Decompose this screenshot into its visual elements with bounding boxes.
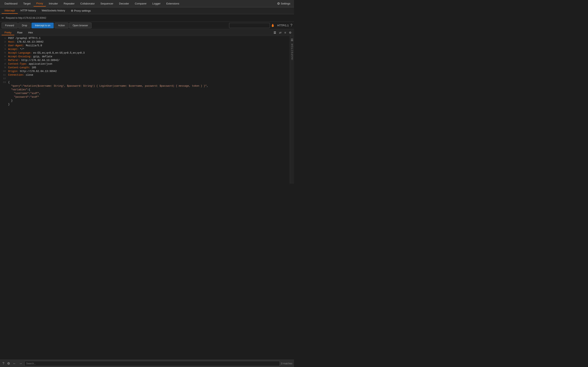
tab-hex[interactable]: Hex (25, 30, 36, 35)
table-row: } (0, 103, 290, 106)
tab-http-history[interactable]: HTTP history (18, 8, 39, 14)
table-row: 3 User-Agent: Mozilla/5.0 (0, 44, 290, 48)
table-row: "variables":{ (0, 88, 290, 92)
table-row: 6 Accept-Encoding: gzip, deflate (0, 55, 290, 59)
table-row: 9 Content-Length: 185 (0, 66, 290, 70)
sub-navigation: Intercept HTTP history WebSockets histor… (0, 7, 294, 14)
table-row: "username":"asdf", (0, 92, 290, 95)
inspector-label: INSPECTOR (291, 43, 293, 60)
nav-extensions[interactable]: Extensions (163, 1, 182, 6)
nav-repeater[interactable]: Repeater (61, 1, 77, 6)
nav-target[interactable]: Target (20, 1, 34, 6)
tab-raw[interactable]: Raw (14, 30, 25, 35)
nav-comparer[interactable]: Comparer (132, 1, 149, 6)
table-row: "password":"asdf" (0, 95, 290, 99)
table-row: 1 POST /graphql HTTP/1.1 (0, 37, 290, 40)
http-version-label: HTTP/1.1 (277, 24, 289, 27)
nav-dashboard[interactable]: Dashboard (2, 1, 20, 6)
nav-logger[interactable]: Logger (149, 1, 163, 6)
nav-collaborator[interactable]: Collaborator (77, 1, 98, 6)
top-navigation: Dashboard Target Proxy Intruder Repeater… (0, 0, 294, 7)
table-row: 7 Referer: http://178.62.64.13:30942/ (0, 59, 290, 62)
help-icon[interactable]: ? (290, 23, 292, 27)
table-row: 8 Content-Type: application/json (0, 62, 290, 66)
view-wrap-icon[interactable]: ⇄ (278, 31, 282, 35)
inspector-sidebar: ☰ INSPECTOR (290, 36, 294, 184)
view-icons-group: ☰ ⇄ ≡ ⚙ (273, 31, 292, 35)
table-row: 12 (0, 77, 290, 81)
nav-intruder[interactable]: Intruder (46, 1, 61, 6)
tab-pretty[interactable]: Pretty (2, 30, 14, 35)
intercept-toggle-button[interactable]: Intercept is on (31, 23, 54, 28)
request-toolbar: ✏ Request to http://178.62.64.13:30942 (0, 14, 294, 22)
table-row: "query":"mutation($username: String!, $p… (0, 84, 290, 88)
settings-button[interactable]: ⚙ Settings (275, 0, 292, 7)
action-button[interactable]: Action (54, 23, 68, 28)
table-row: 10 Origin: http://178.62.64.13:30942 (0, 70, 290, 73)
action-button-bar: Forward Drop Intercept is on Action Open… (0, 22, 294, 29)
proxy-settings-button[interactable]: ⚙ Proxy settings (68, 8, 94, 13)
gear-icon-proxy: ⚙ (71, 9, 73, 12)
edit-icon: ✏ (2, 16, 4, 20)
table-row: 5 Accept-Language: es-ES,es;q=0.8,en-US;… (0, 51, 290, 55)
nav-decoder[interactable]: Decoder (116, 1, 132, 6)
drop-button[interactable]: Drop (18, 23, 31, 28)
forward-button[interactable]: Forward (2, 23, 17, 28)
search-input-right[interactable] (229, 23, 270, 28)
content-tabs-bar: Pretty Raw Hex ☰ ⇄ ≡ ⚙ (0, 29, 294, 36)
table-row: 2 Host: 178.62.64.13:30942 (0, 40, 290, 44)
view-lines-icon[interactable]: ☰ (273, 31, 277, 35)
request-label: Request to http://178.62.64.13:30942 (4, 17, 48, 19)
inspector-menu-icon[interactable]: ☰ (291, 38, 293, 42)
table-row: 11 Connection: close (0, 73, 290, 77)
request-editor[interactable]: 1 POST /graphql HTTP/1.1 2 Host: 178.62.… (0, 36, 290, 184)
table-row: 4 Accept: */* (0, 48, 290, 51)
view-settings-icon[interactable]: ⚙ (288, 31, 292, 35)
gear-icon: ⚙ (277, 2, 280, 6)
open-browser-button[interactable]: Open browser (69, 23, 91, 28)
view-format-icon[interactable]: ≡ (284, 31, 287, 35)
tab-websockets-history[interactable]: WebSockets history (39, 8, 68, 14)
tab-intercept[interactable]: Intercept (2, 8, 18, 14)
main-content-area: 1 POST /graphql HTTP/1.1 2 Host: 178.62.… (0, 36, 294, 184)
table-row: } (0, 99, 290, 103)
nav-proxy[interactable]: Proxy (34, 1, 46, 7)
table-row: 13 { (0, 81, 290, 84)
burp-logo-icon (271, 24, 275, 27)
nav-sequencer[interactable]: Sequencer (98, 1, 116, 6)
